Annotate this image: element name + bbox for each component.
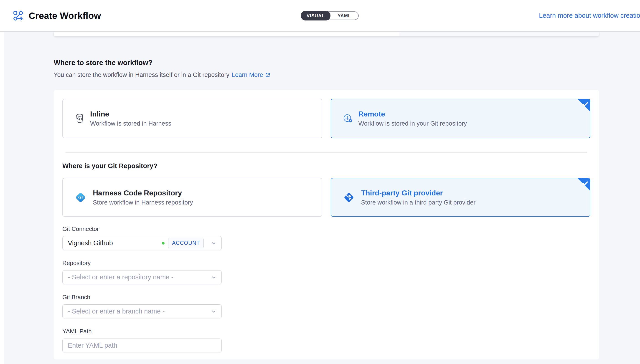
visual-yaml-toggle: VISUAL YAML [301, 12, 359, 20]
git-connector-right-group: ACCOUNT [162, 238, 217, 248]
learn-more-label: Learn More [232, 72, 263, 78]
scope-badge: ACCOUNT [168, 238, 204, 248]
header: Create Workflow VISUAL YAML Learn more a… [0, 0, 640, 32]
storage-card-row: Inline Workflow is stored in Harness Rem… [62, 99, 590, 138]
left-edge-strip [0, 32, 4, 364]
harness-code-diamond-icon [74, 191, 87, 204]
remote-add-node-icon [343, 113, 353, 124]
connector-status-dot-icon [162, 242, 165, 244]
yaml-path-input[interactable] [62, 338, 222, 352]
repository-placeholder: - Select or enter a repository name - [68, 274, 207, 281]
chevron-down-icon[interactable] [211, 274, 217, 280]
yaml-path-label: YAML Path [62, 328, 222, 335]
external-link-icon [265, 72, 270, 78]
git-connector-value: Vignesh Github [68, 239, 113, 247]
card-desc-remote: Workflow is stored in your Git repositor… [358, 120, 467, 127]
section-divider [65, 152, 587, 153]
repository-label: Repository [62, 260, 222, 267]
card-desc-inline: Workflow is stored in Harness [90, 120, 171, 127]
repository-card-row: Harness Code Repository Store workflow i… [62, 178, 590, 217]
selected-check-icon [581, 100, 589, 108]
option-card-inline[interactable]: Inline Workflow is stored in Harness [62, 99, 322, 138]
store-description-text: You can store the workflow in Harness it… [54, 72, 229, 78]
workflow-storage-panel: Inline Workflow is stored in Harness Rem… [54, 90, 599, 360]
card-desc-third-party: Store workflow in a third party Git prov… [361, 199, 476, 206]
card-text: Third-party Git provider Store workflow … [361, 189, 476, 206]
tab-visual[interactable]: VISUAL [301, 11, 330, 20]
repository-select[interactable]: - Select or enter a repository name - [62, 270, 222, 284]
card-title-harness-code: Harness Code Repository [93, 189, 193, 197]
workflow-icon [13, 10, 24, 21]
git-branch-diamond-icon [343, 191, 355, 204]
git-branch-placeholder: - Select or enter a branch name - [68, 308, 207, 315]
git-details-form: Git Connector Vignesh Github ACCOUNT Rep… [62, 226, 222, 352]
header-title-group: Create Workflow [13, 0, 101, 32]
git-branch-select[interactable]: - Select or enter a branch name - [62, 304, 222, 318]
selected-check-icon [581, 180, 589, 187]
learn-more-link[interactable]: Learn More [232, 72, 270, 78]
git-connector-label: Git Connector [62, 226, 222, 232]
page-title: Create Workflow [29, 11, 101, 21]
chevron-down-icon[interactable] [211, 308, 217, 315]
repository-section-heading: Where is your Git Repository? [62, 162, 590, 170]
scrolled-card-right [399, 32, 599, 36]
card-text: Remote Workflow is stored in your Git re… [358, 110, 467, 127]
option-card-remote[interactable]: Remote Workflow is stored in your Git re… [331, 99, 591, 138]
git-branch-label: Git Branch [62, 294, 222, 301]
chevron-down-icon[interactable] [211, 240, 217, 246]
learn-more-workflow-creation-link[interactable]: Learn more about workflow creation [539, 12, 640, 19]
inline-database-code-icon [74, 113, 85, 124]
option-card-third-party-git[interactable]: Third-party Git provider Store workflow … [331, 178, 591, 217]
scrolled-card-remnant [54, 32, 599, 36]
git-connector-select[interactable]: Vignesh Github ACCOUNT [62, 236, 222, 250]
option-card-harness-code[interactable]: Harness Code Repository Store workflow i… [62, 178, 322, 217]
store-section-description: You can store the workflow in Harness it… [54, 72, 270, 78]
card-title-third-party: Third-party Git provider [361, 189, 476, 197]
card-title-remote: Remote [358, 110, 467, 118]
store-section-heading: Where to store the workflow? [54, 59, 153, 67]
tab-yaml[interactable]: YAML [330, 12, 358, 20]
card-title-inline: Inline [90, 110, 171, 118]
card-text: Harness Code Repository Store workflow i… [93, 189, 193, 206]
scrolled-card-left [54, 32, 399, 36]
card-text: Inline Workflow is stored in Harness [90, 110, 171, 127]
card-desc-harness-code: Store workflow in Harness repository [93, 199, 193, 206]
